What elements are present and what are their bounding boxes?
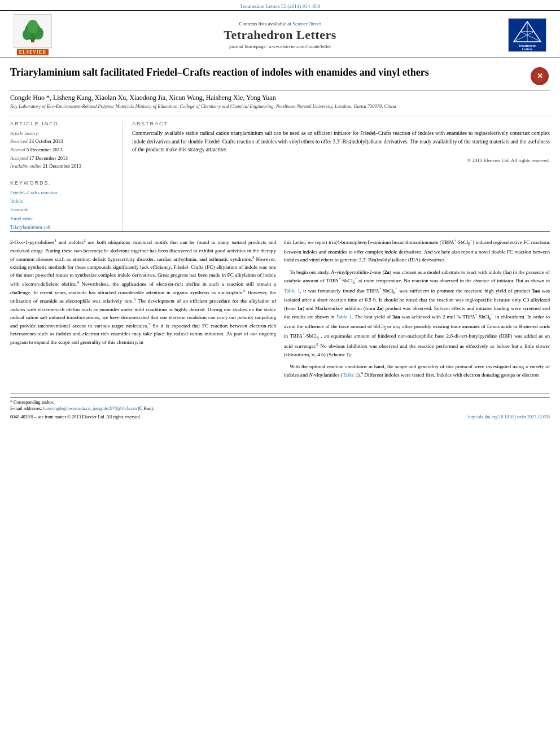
journal-title: Tetrahedron Letters (55, 28, 505, 42)
main-col-right: this Letter, we report tris(4-bromopheny… (284, 238, 550, 383)
footer-section: * Corresponding author. E-mail addresses… (10, 393, 550, 420)
footer-bottom: 0040-4039/$ – see front matter © 2013 El… (10, 414, 550, 420)
elsevier-wordmark: ELSEVIER (17, 49, 49, 55)
footer-divider (10, 397, 550, 398)
article-info-heading: ARTICLE INFO (10, 121, 117, 126)
table1-link2[interactable]: Table 1 (336, 314, 352, 320)
journal-homepage: journal homepage: www.elsevier.com/locat… (55, 43, 505, 49)
keyword-vinyl-ether[interactable]: Vinyl ether (10, 215, 117, 223)
table2-link[interactable]: Table 2 (343, 372, 358, 378)
tetrahedron-badge-area: TetrahedronLetters (505, 18, 550, 52)
article-body: Triarylaminium salt facilitated Friedel–… (0, 58, 560, 420)
elsevier-tree-graphic (14, 14, 52, 48)
corresponding-note: * Corresponding author. (10, 400, 550, 405)
email-note: E-mail addresses: huocongde@nwnu.edu.cn,… (10, 406, 550, 411)
journal-header: ELSEVIER Contents lists available at Sci… (0, 10, 560, 58)
article-title-section: Triarylaminium salt facilitated Friedel–… (10, 58, 550, 90)
revised-date: 5 December 2013 (27, 147, 63, 152)
journal-reference-bar: Tetrahedron Letters 55 (2014) 954–958 (0, 0, 560, 10)
main-para-3: To begin our study, N-vinylpyrrolidin-2-… (284, 268, 550, 359)
tetrahedron-svg (511, 19, 543, 44)
keywords-list: Friedel–Crafts reaction Indole Enamide V… (10, 189, 117, 231)
accepted-row: Accepted 17 December 2013 (10, 154, 117, 163)
received-date: 13 October 2013 (29, 138, 63, 144)
main-text-section: 2-Oxo-1-pyrrolidines1 and indoles2 are b… (10, 231, 550, 383)
and-text: and (300, 372, 308, 378)
keywords-heading: Keywords: (10, 180, 117, 186)
accepted-date: 17 December 2013 (29, 155, 67, 161)
copyright-line: © 2013 Elsevier Ltd. All rights reserved… (132, 158, 550, 168)
main-para-2: this Letter, we report tris(4-bromopheny… (284, 238, 550, 264)
footer-copyright: 0040-4039/$ – see front matter © 2013 El… (10, 414, 141, 420)
tetrahedron-badge-text: TetrahedronLetters (518, 44, 536, 51)
available-row: Available online 21 December 2013 (10, 162, 117, 171)
page: Tetrahedron Letters 55 (2014) 954–958 EL… (0, 0, 560, 747)
tree-svg (17, 19, 49, 43)
authors: Congde Huo *, Lisheng Kang, Xiaolan Xu, … (10, 94, 276, 102)
footer-doi: http://dx.doi.org/10.1016/j.tetlet.2013.… (468, 414, 550, 420)
abstract-heading: ABSTRACT (132, 121, 550, 126)
main-para-1: 2-Oxo-1-pyrrolidines1 and indoles2 are b… (10, 238, 276, 346)
received-row: Received 13 October 2013 (10, 137, 117, 146)
sciencedirect-link[interactable]: ScienceDirect (292, 21, 321, 27)
main-para-4: With the optimal reaction conditions in … (284, 362, 550, 379)
tetrahedron-badge: TetrahedronLetters (508, 18, 546, 52)
svg-point-4 (27, 20, 38, 33)
article-info-abstract-section: ARTICLE INFO Article history: Received 1… (10, 116, 550, 231)
article-info-column: ARTICLE INFO Article history: Received 1… (10, 121, 123, 231)
email-addresses[interactable]: huocongde@nwnu.edu.cn, jiangcde1978@163.… (43, 406, 137, 411)
keyword-triarylaminium[interactable]: Triarylaminium salt (10, 223, 117, 231)
crossmark-area[interactable]: ✕ (530, 66, 550, 86)
authors-line: Congde Huo *, Lisheng Kang, Xiaolan Xu, … (10, 90, 550, 103)
abstract-text: Commercially available stable radical ca… (132, 129, 550, 154)
keyword-enamide[interactable]: Enamide (10, 206, 117, 214)
affiliation-line: Key Laboratory of Eco-Environment-Relate… (10, 103, 550, 113)
doi-link[interactable]: http://dx.doi.org/10.1016/j.tetlet.2013.… (468, 414, 550, 420)
revised-row: Revised 5 December 2013 (10, 146, 117, 154)
abstract-column: ABSTRACT Commercially available stable r… (132, 121, 550, 231)
crossmark-icon[interactable]: ✕ (531, 67, 549, 85)
table1-link[interactable]: Table 1 (284, 288, 300, 294)
journal-ref-text: Tetrahedron Letters 55 (2014) 954–958 (240, 3, 320, 9)
article-title: Triarylaminium salt facilitated Friedel–… (10, 66, 530, 79)
keyword-indole[interactable]: Indole (10, 197, 117, 206)
article-history: Article history: Received 13 October 201… (10, 129, 117, 171)
contents-available: Contents lists available at ScienceDirec… (55, 21, 505, 27)
main-col-left: 2-Oxo-1-pyrrolidines1 and indoles2 are b… (10, 238, 276, 383)
available-date: 21 December 2013 (43, 163, 81, 169)
elsevier-logo-area: ELSEVIER (10, 14, 55, 55)
journal-header-center: Contents lists available at ScienceDirec… (55, 21, 505, 49)
email-note-text: (C Huo). (138, 406, 154, 411)
keyword-friedel-crafts[interactable]: Friedel–Crafts reaction (10, 189, 117, 197)
article-history-label: Article history: (10, 129, 117, 138)
